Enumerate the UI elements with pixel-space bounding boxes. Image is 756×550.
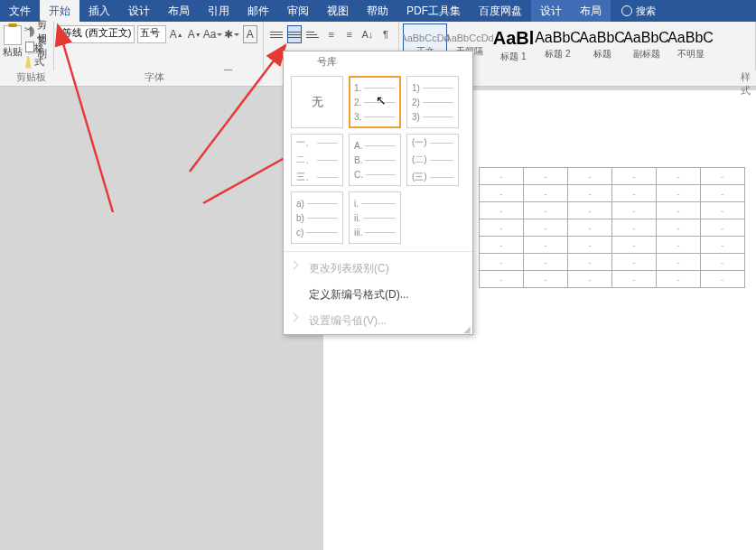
paste-icon (4, 25, 22, 45)
styles-group-label: 样式 (741, 70, 756, 98)
numbering-roman-lower[interactable]: i. ii. iii. (349, 191, 401, 244)
numbering-button[interactable] (287, 25, 302, 43)
numbering-library-label: 号库 (284, 51, 472, 72)
show-marks-button[interactable]: ¶ (378, 25, 393, 43)
font-family-select[interactable]: 等线 (西文正文) (60, 25, 135, 43)
search-label: 搜索 (636, 5, 656, 18)
style-heading-2[interactable]: AaBbC标题 2 (536, 23, 580, 67)
format-painter-button[interactable]: 格式刷 (25, 54, 53, 70)
numbering-alpha-lower-paren[interactable]: a) b) c) (291, 191, 343, 244)
clear-format-button[interactable]: A (243, 25, 257, 43)
tab-view[interactable]: 视图 (318, 0, 358, 22)
grow-font-button[interactable]: A▲ (169, 25, 184, 43)
style-subtitle[interactable]: AaBbC副标题 (624, 23, 668, 67)
tab-design-2[interactable]: 设计 (531, 0, 571, 22)
style-title[interactable]: AaBbC标题 (580, 23, 624, 67)
document-table[interactable]: ------ ------ ------ ------ ------ -----… (479, 167, 745, 288)
brush-icon (25, 56, 32, 69)
tab-baidudisk[interactable]: 百度网盘 (470, 0, 531, 22)
style-heading-1[interactable]: AaBl标题 1 (491, 23, 536, 67)
shrink-font-button[interactable]: A▼ (187, 25, 202, 43)
tab-design[interactable]: 设计 (119, 0, 159, 22)
sort-button[interactable]: A↓ (360, 25, 375, 43)
numbering-chinese[interactable]: 一、 二、 三、 (291, 134, 343, 186)
increase-indent-button[interactable]: ≡ (342, 25, 357, 43)
tab-references[interactable]: 引用 (199, 0, 238, 22)
tab-review[interactable]: 审阅 (278, 0, 318, 22)
menu-bar: 文件 开始 插入 设计 布局 引用 邮件 审阅 视图 帮助 PDF工具集 百度网… (0, 0, 756, 22)
bullets-button[interactable] (269, 25, 284, 43)
tab-pdftools[interactable]: PDF工具集 (397, 0, 470, 22)
numbering-alpha-upper[interactable]: A. B. C. (349, 134, 401, 186)
decrease-indent-button[interactable]: ≡ (324, 25, 339, 43)
style-subtle[interactable]: AaBbC不明显 (668, 23, 713, 67)
paste-label: 粘贴 (3, 45, 23, 59)
change-list-level: 更改列表级别(C) (284, 256, 472, 282)
phonetic-guide-button[interactable]: ✱ (224, 25, 240, 43)
cut-icon (25, 26, 34, 37)
chevron-right-icon (291, 314, 300, 323)
chevron-right-icon (291, 262, 300, 271)
define-number-format[interactable]: 定义新编号格式(D)... (284, 282, 472, 308)
font-group-label: 字体 (145, 70, 164, 84)
clipboard-group-label: 剪贴板 (16, 70, 46, 84)
numbering-paren-num[interactable]: 1) 2) 3) (406, 76, 459, 128)
tab-layout-2[interactable]: 布局 (571, 0, 611, 22)
set-number-value: 设置编号值(V)... (284, 308, 472, 334)
numbering-dropdown: 号库 无 1. 2. 3. 1) 2) 3) 一、 二、 三、 A. B. C.… (283, 51, 473, 335)
change-case-button[interactable]: Aa (205, 25, 221, 43)
tab-insert[interactable]: 插入 (79, 0, 119, 22)
tab-help[interactable]: 帮助 (358, 0, 397, 22)
tell-me-search[interactable]: 搜索 (614, 0, 663, 22)
paste-button[interactable]: 粘贴 (2, 25, 23, 72)
tab-file[interactable]: 文件 (0, 0, 40, 22)
tab-layout[interactable]: 布局 (159, 0, 199, 22)
numbering-chinese-paren[interactable]: (一) (二) (三) (406, 134, 459, 186)
font-size-select[interactable]: 五号 (137, 25, 165, 43)
multilevel-button[interactable] (305, 25, 320, 43)
tab-mailings[interactable]: 邮件 (238, 0, 278, 22)
numbering-numeric[interactable]: 1. 2. 3. (349, 76, 401, 128)
resize-handle-icon[interactable] (462, 323, 471, 332)
numbering-none[interactable]: 无 (291, 76, 343, 128)
lightbulb-icon (621, 5, 632, 16)
